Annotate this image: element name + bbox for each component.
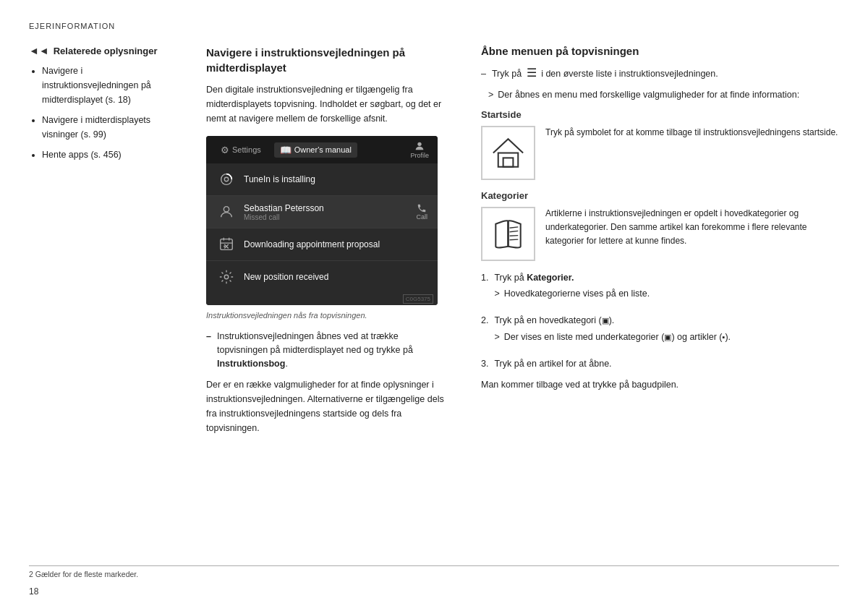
- calendar-icon: [216, 234, 237, 255]
- display-row-position: New position received: [206, 261, 438, 293]
- tunein-title: TuneIn is installing: [244, 174, 427, 184]
- numbered-item-3-content: Tryk på en artikel for at åbne.: [494, 357, 611, 371]
- numbered-item-1: 1. Tryk på Kategorier. > Hovedkategorier…: [481, 271, 839, 309]
- location-icon: [216, 267, 237, 287]
- arrow-icon-3: >: [494, 330, 499, 344]
- right-section-title: Åbne menuen på topvisningen: [481, 45, 839, 57]
- sebastian-text: Sebastian Petersson Missed call: [244, 203, 409, 221]
- kategorier-block: Kategorier: [481, 190, 839, 261]
- subcategory-icon: ▣: [602, 316, 609, 325]
- dash-text: Instruktionsvejledningen åbnes ved at tr…: [217, 330, 445, 370]
- settings-label: Settings: [232, 145, 261, 154]
- display-row-tunein: TuneIn is installing: [206, 163, 438, 196]
- display-row-appointment: Downloading appointment proposal: [206, 228, 438, 261]
- page-footer-area: 2 Gælder for de fleste markeder.: [29, 565, 839, 578]
- related-list: Navigere i instruktionsvejledningen på m…: [29, 64, 174, 162]
- numbered-item-1-content: Tryk på Kategorier. > Hovedkategorierne …: [494, 271, 650, 309]
- list-item: Navigere i instruktionsvejledningen på m…: [42, 64, 174, 107]
- sebastian-sub: Missed call: [244, 213, 409, 221]
- related-title: Relaterede oplysninger: [54, 46, 158, 56]
- num1-sub: > Hovedkategorierne vises på en liste.: [494, 287, 650, 301]
- startside-content: Tryk på symbolet for at komme tilbage ti…: [481, 126, 839, 180]
- svg-rect-7: [503, 158, 514, 166]
- related-header: ◄◄ Relaterede oplysninger: [29, 45, 174, 56]
- instruktionsbog-bold: Instruktionsbog: [217, 359, 285, 369]
- call-label: Call: [416, 213, 427, 221]
- middle-body-text2: Der er en række valgmuligheder for at fi…: [206, 377, 445, 435]
- right-sub-text1: Der åbnes en menu med forskellige valgmu…: [498, 88, 799, 102]
- num3-text: Tryk på en artikel for at åbne.: [494, 357, 611, 371]
- numbered-item-3: 3. Tryk på en artikel for at åbne.: [481, 357, 839, 371]
- num-1: 1.: [481, 271, 488, 309]
- tunein-text: TuneIn is installing: [244, 174, 427, 184]
- num1-sub-text: Hovedkategorierne vises på en liste.: [504, 287, 650, 301]
- right-column: Åbne menuen på topvisningen – Tryk på ☰ …: [463, 45, 839, 597]
- right-sub-item1: > Der åbnes en menu med forskellige valg…: [488, 88, 839, 102]
- dash-instruction: – Instruktionsvejledningen åbnes ved at …: [206, 330, 445, 370]
- svg-line-8: [510, 226, 519, 227]
- display-header: ⚙ Settings 📖 Owner's manual P: [206, 136, 438, 163]
- phone-icon: [216, 202, 237, 222]
- list-item: Navigere i midterdisplayets visninger (s…: [42, 113, 174, 142]
- tune-icon: [216, 169, 237, 189]
- dash-symbol-right: –: [481, 67, 486, 81]
- owners-manual-tab[interactable]: 📖 Owner's manual: [274, 142, 357, 158]
- svg-point-3: [224, 207, 229, 212]
- svg-point-5: [224, 275, 229, 279]
- display-caption: Instruktionsvejledningen nås fra topvisn…: [206, 311, 445, 320]
- num2-sub: > Der vises en liste med underkategorier…: [494, 330, 731, 344]
- page-container: EJERINFORMATION ◄◄ Relaterede oplysninge…: [0, 0, 868, 611]
- arrow-icon: >: [488, 88, 493, 102]
- svg-line-10: [510, 235, 519, 236]
- startside-label: Startside: [481, 109, 839, 120]
- right-dash-text: Tryk på ☰ i den øverste liste i instrukt…: [492, 67, 718, 81]
- settings-tab[interactable]: ⚙ Settings: [215, 142, 267, 158]
- back-arrow-icon: ◄◄: [29, 45, 49, 56]
- arrow-icon-2: >: [494, 287, 499, 301]
- position-text: New position received: [244, 272, 427, 282]
- categories-icon: [488, 214, 528, 254]
- svg-line-9: [510, 231, 519, 231]
- numbered-list: 1. Tryk på Kategorier. > Hovedkategorier…: [481, 271, 839, 371]
- display-body: TuneIn is installing Sebastian Peters: [206, 163, 438, 293]
- numbered-item-2: 2. Tryk på en hovedkategori (▣). > Der v…: [481, 314, 839, 351]
- svg-rect-6: [498, 153, 519, 166]
- kategorier-content: Artiklerne i instruktionsvejledningen er…: [481, 207, 839, 261]
- profile-button[interactable]: Profile: [410, 140, 429, 159]
- content-area: ◄◄ Relaterede oplysninger Navigere i ins…: [29, 45, 839, 597]
- home-icon: [488, 133, 528, 173]
- startside-icon-box: [481, 126, 535, 180]
- middle-column: Navigere i instruktionsvejledningen på m…: [188, 45, 463, 597]
- dash-symbol: –: [206, 330, 211, 370]
- sub-icon-2: ▪: [723, 333, 726, 341]
- position-title: New position received: [244, 272, 427, 282]
- numbered-item-2-content: Tryk på en hovedkategori (▣). > Der vise…: [494, 314, 731, 351]
- kategorier-bold: Kategorier.: [527, 273, 574, 283]
- right-dash-item: – Tryk på ☰ i den øverste liste i instru…: [481, 67, 839, 81]
- middle-intro-text: Den digitale instruktionsvejledning er t…: [206, 82, 445, 126]
- display-row-sebastian: Sebastian Petersson Missed call Call: [206, 196, 438, 228]
- call-action[interactable]: Call: [416, 203, 427, 221]
- sub-icon-1: ▣: [664, 333, 671, 341]
- num2-sub-text: Der vises en liste med underkategorier (…: [504, 330, 731, 344]
- watermark-text: C0G5375: [403, 294, 433, 304]
- svg-rect-4: [221, 239, 233, 250]
- svg-point-2: [224, 177, 229, 181]
- kategorier-label: Kategorier: [481, 190, 839, 201]
- display-watermark: C0G5375: [206, 293, 438, 305]
- sebastian-title: Sebastian Petersson: [244, 203, 409, 213]
- closing-text: Man kommer tilbage ved at trykke på bagu…: [481, 377, 839, 392]
- appointment-text: Downloading appointment proposal: [244, 239, 427, 249]
- kategorier-icon-box: [481, 207, 535, 261]
- startside-block: Startside Tryk på symbolet for at komme …: [481, 109, 839, 180]
- profile-label: Profile: [410, 152, 429, 159]
- owners-manual-label: Owner's manual: [294, 145, 352, 154]
- gear-icon: ⚙: [221, 145, 229, 155]
- appointment-title: Downloading appointment proposal: [244, 239, 427, 249]
- left-column: ◄◄ Relaterede oplysninger Navigere i ins…: [29, 45, 188, 597]
- list-item: Hente apps (s. 456): [42, 148, 174, 162]
- kategorier-text: Artiklerne i instruktionsvejledningen er…: [545, 207, 839, 249]
- num-2: 2.: [481, 314, 488, 351]
- footnote: 2 Gælder for de fleste markeder.: [29, 565, 839, 578]
- book-icon: 📖: [280, 145, 292, 155]
